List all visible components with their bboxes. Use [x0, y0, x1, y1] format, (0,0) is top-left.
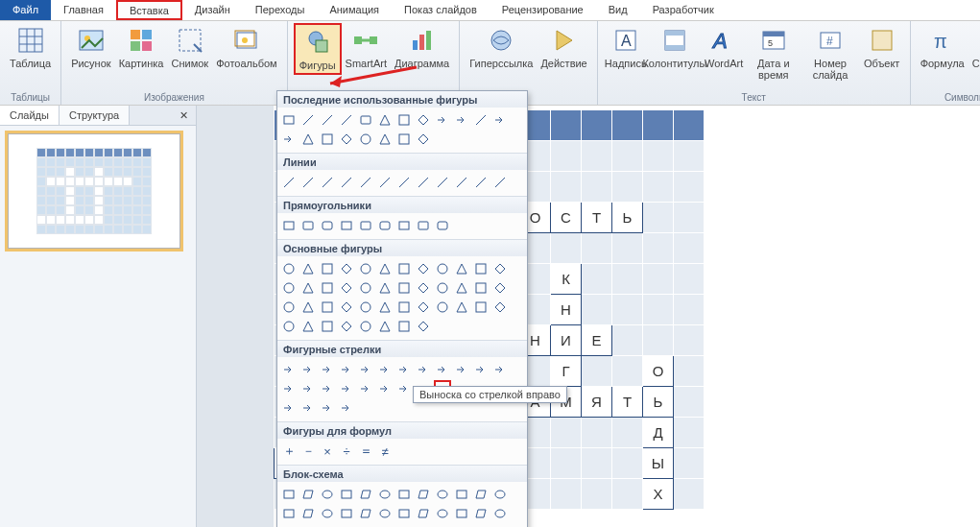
shape-item[interactable] — [434, 505, 451, 522]
shape-item[interactable] — [434, 486, 451, 503]
shape-item[interactable] — [299, 217, 317, 234]
shape-item[interactable]: ÷ — [338, 443, 355, 460]
shape-item[interactable] — [415, 217, 432, 234]
shape-item[interactable] — [415, 111, 432, 129]
shape-item[interactable] — [299, 399, 317, 417]
shape-item[interactable] — [491, 486, 509, 503]
shape-item[interactable] — [434, 174, 451, 191]
shape-item[interactable] — [338, 361, 355, 378]
shape-item[interactable] — [415, 279, 432, 297]
shape-item[interactable] — [319, 279, 336, 297]
shape-item[interactable] — [376, 361, 394, 378]
shape-item[interactable] — [434, 299, 451, 316]
outline-tab[interactable]: Структура — [60, 106, 130, 125]
shape-item[interactable] — [338, 260, 355, 277]
object-button[interactable]: Объект — [860, 23, 904, 71]
shape-item[interactable] — [299, 111, 317, 129]
shape-item[interactable]: － — [299, 443, 317, 460]
shape-item[interactable] — [395, 486, 413, 503]
shape-item[interactable] — [434, 279, 451, 297]
shape-item[interactable] — [472, 260, 490, 277]
shape-item[interactable] — [395, 361, 413, 378]
shape-item[interactable] — [376, 279, 394, 297]
shape-item[interactable] — [338, 505, 355, 522]
action-button[interactable]: Действие — [537, 23, 590, 71]
shape-item[interactable] — [299, 505, 317, 522]
shape-item[interactable] — [434, 217, 451, 234]
shape-item[interactable] — [299, 486, 317, 503]
shape-item[interactable] — [338, 486, 355, 503]
datetime-button[interactable]: 5Дата и время — [746, 23, 801, 83]
shape-item[interactable] — [395, 174, 413, 191]
shape-item[interactable] — [280, 361, 298, 378]
shape-item[interactable] — [280, 299, 298, 316]
shape-item[interactable]: ＝ — [357, 443, 374, 460]
shape-item[interactable] — [319, 174, 336, 191]
hyperlink-button[interactable]: Гиперссылка — [466, 23, 537, 71]
picture-button[interactable]: Рисунок — [67, 23, 115, 71]
shape-item[interactable] — [299, 260, 317, 277]
shape-item[interactable] — [319, 361, 336, 378]
shape-item[interactable] — [338, 318, 355, 335]
shape-item[interactable] — [415, 318, 432, 335]
shape-item[interactable] — [357, 174, 374, 191]
shape-item[interactable] — [319, 318, 336, 335]
shape-item[interactable] — [472, 505, 490, 522]
shape-item[interactable] — [280, 279, 298, 297]
shape-item[interactable] — [376, 217, 394, 234]
shape-item[interactable] — [319, 299, 336, 316]
shape-item[interactable] — [491, 505, 509, 522]
shape-item[interactable] — [280, 318, 298, 335]
clipart-button[interactable]: Картинка — [115, 23, 168, 71]
shape-item[interactable]: × — [319, 443, 336, 460]
tab-insert[interactable]: Вставка — [116, 0, 182, 20]
shape-item[interactable] — [472, 279, 490, 297]
shape-item[interactable] — [395, 318, 413, 335]
symbol-button[interactable]: ΩСимвол — [968, 23, 980, 71]
shape-item[interactable] — [280, 486, 298, 503]
headerfooter-button[interactable]: Колонтитулы — [648, 23, 702, 71]
shape-item[interactable] — [376, 299, 394, 316]
shape-item[interactable] — [357, 260, 374, 277]
shape-item[interactable] — [299, 131, 317, 148]
shape-item[interactable] — [338, 299, 355, 316]
shape-item[interactable] — [338, 279, 355, 297]
shape-item[interactable] — [376, 318, 394, 335]
shape-item[interactable] — [376, 111, 394, 129]
shape-item[interactable] — [395, 505, 413, 522]
shape-item[interactable] — [357, 299, 374, 316]
shape-item[interactable] — [319, 380, 336, 397]
shape-item[interactable] — [357, 505, 374, 522]
shape-item[interactable] — [299, 174, 317, 191]
shape-item[interactable] — [491, 361, 509, 378]
shape-item[interactable] — [395, 111, 413, 129]
shape-item[interactable] — [338, 111, 355, 129]
shape-item[interactable] — [434, 260, 451, 277]
slides-tab[interactable]: Слайды — [0, 106, 60, 125]
album-button[interactable]: Фотоальбом — [212, 23, 281, 71]
close-pane-button[interactable]: ✕ — [172, 107, 196, 125]
slidenum-button[interactable]: #Номер слайда — [801, 23, 859, 83]
shape-item[interactable] — [491, 174, 509, 191]
shape-item[interactable] — [415, 260, 432, 277]
shape-item[interactable] — [319, 486, 336, 503]
shape-item[interactable] — [319, 131, 336, 148]
shape-item[interactable] — [280, 399, 298, 417]
slide-thumbnail[interactable] — [8, 133, 180, 249]
shape-item[interactable] — [280, 174, 298, 191]
shape-item[interactable] — [376, 505, 394, 522]
shape-item[interactable] — [319, 217, 336, 234]
shape-item[interactable] — [299, 299, 317, 316]
tab-design[interactable]: Дизайн — [182, 0, 243, 20]
shape-item[interactable] — [280, 217, 298, 234]
shape-item[interactable] — [453, 279, 470, 297]
shape-item[interactable] — [395, 299, 413, 316]
tab-view[interactable]: Вид — [596, 0, 640, 20]
shape-item[interactable] — [376, 380, 394, 397]
equation-button[interactable]: πФормула — [917, 23, 968, 71]
shape-item[interactable] — [338, 399, 355, 417]
shape-item[interactable] — [453, 260, 470, 277]
tab-transitions[interactable]: Переходы — [243, 0, 318, 20]
tab-developer[interactable]: Разработчик — [640, 0, 727, 20]
shape-item[interactable] — [280, 260, 298, 277]
